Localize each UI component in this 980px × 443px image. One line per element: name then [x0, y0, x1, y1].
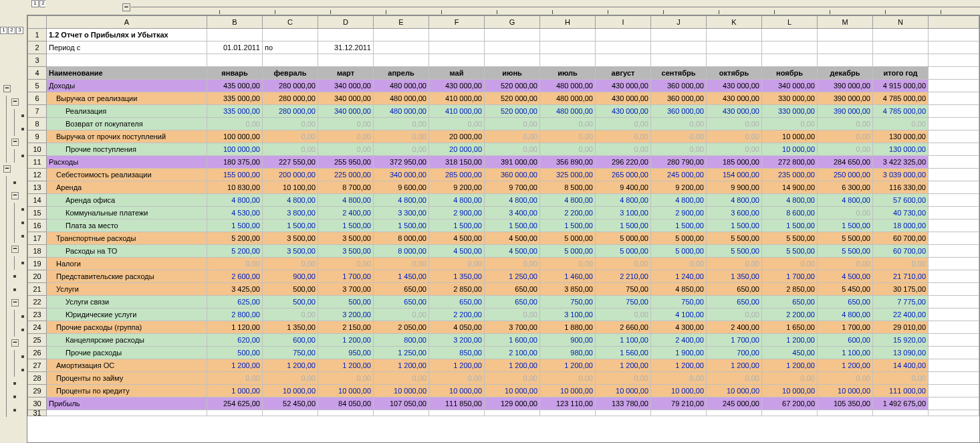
header-cell-F[interactable]: май	[429, 67, 485, 80]
value-cell[interactable]: 9 200,00	[651, 181, 707, 194]
row-header-5[interactable]: 5	[28, 80, 47, 92]
value-cell[interactable]: 750,00	[540, 296, 596, 308]
value-cell[interactable]: 5 200,00	[207, 232, 263, 245]
value-cell[interactable]: 57 600,00	[873, 194, 929, 207]
cell-N2[interactable]	[873, 41, 929, 54]
cell-blank-30[interactable]	[929, 397, 979, 410]
row-name-cell[interactable]: Прочие поступления	[47, 143, 207, 156]
value-cell[interactable]: 0,00	[485, 130, 540, 143]
value-cell[interactable]: 625,00	[207, 296, 263, 308]
value-cell[interactable]: 0,00	[818, 118, 873, 130]
value-cell[interactable]: 10 100,00	[263, 181, 318, 194]
value-cell[interactable]: 10 000,00	[540, 385, 596, 397]
value-cell[interactable]: 5 000,00	[596, 232, 651, 245]
row-header-3[interactable]: 3	[28, 54, 47, 67]
value-cell[interactable]: 4 300,00	[651, 321, 707, 334]
cell-blank-5[interactable]	[929, 80, 979, 92]
value-cell[interactable]: 2 100,00	[485, 347, 540, 359]
value-cell[interactable]: 0,00	[762, 258, 818, 270]
value-cell[interactable]: 0,00	[596, 130, 651, 143]
header-cell-B[interactable]: январь	[207, 67, 263, 80]
value-cell[interactable]: 3 500,00	[263, 245, 318, 258]
row-header-22[interactable]: 22	[28, 296, 47, 308]
value-cell[interactable]: 3 300,00	[374, 207, 429, 219]
value-cell[interactable]: 9 700,00	[485, 181, 540, 194]
value-cell[interactable]: 0,00	[818, 130, 873, 143]
value-cell[interactable]: 10 000,00	[762, 385, 818, 397]
value-cell[interactable]: 0,00	[651, 118, 707, 130]
value-cell[interactable]: 14 400,00	[873, 359, 929, 372]
cell-C1[interactable]	[263, 29, 318, 41]
value-cell[interactable]: 5 450,00	[818, 283, 873, 296]
value-cell[interactable]: 0,00	[540, 258, 596, 270]
value-cell[interactable]: 4 915 000,00	[873, 80, 929, 92]
cell-blank-6[interactable]	[929, 92, 979, 105]
col-header-H[interactable]: H	[540, 16, 596, 29]
value-cell[interactable]: 155 000,00	[207, 169, 263, 181]
cell-blank-11[interactable]	[929, 156, 979, 169]
value-cell[interactable]: 8 000,00	[374, 232, 429, 245]
row-header-18[interactable]: 18	[28, 245, 47, 258]
value-cell[interactable]: 0,00	[540, 372, 596, 385]
value-cell[interactable]: 600,00	[818, 334, 873, 347]
value-cell[interactable]: 356 890,00	[540, 156, 596, 169]
select-all-corner[interactable]	[28, 16, 47, 29]
value-cell[interactable]: 1 500,00	[651, 219, 707, 232]
value-cell[interactable]: 3 800,00	[263, 207, 318, 219]
value-cell[interactable]: 3 600,00	[707, 207, 762, 219]
cell-L2[interactable]	[762, 41, 818, 54]
value-cell[interactable]: 435 000,00	[207, 80, 263, 92]
value-cell[interactable]: 3 400,00	[485, 207, 540, 219]
value-cell[interactable]: 0,00	[818, 143, 873, 156]
cell-M2[interactable]	[818, 41, 873, 54]
value-cell[interactable]: 1 200,00	[318, 359, 374, 372]
row-header-27[interactable]: 27	[28, 359, 47, 372]
value-cell[interactable]: 3 422 325,00	[873, 156, 929, 169]
value-cell[interactable]: 4 500,00	[818, 270, 873, 283]
value-cell[interactable]: 1 650,00	[762, 321, 818, 334]
value-cell[interactable]: 4 530,00	[207, 207, 263, 219]
row-name-cell[interactable]: Проценты по займу	[47, 372, 207, 385]
value-cell[interactable]: 520 000,00	[485, 92, 540, 105]
value-cell[interactable]: 0,00	[263, 143, 318, 156]
cell-F1[interactable]	[429, 29, 485, 41]
value-cell[interactable]: 1 880,00	[540, 321, 596, 334]
value-cell[interactable]: 1 500,00	[374, 219, 429, 232]
value-cell[interactable]: 620,00	[207, 334, 263, 347]
value-cell[interactable]: 1 700,00	[818, 321, 873, 334]
value-cell[interactable]: 650,00	[707, 296, 762, 308]
value-cell[interactable]: 280 790,00	[651, 156, 707, 169]
outline-collapse-btn[interactable]: −	[3, 165, 11, 173]
value-cell[interactable]: 5 500,00	[707, 232, 762, 245]
value-cell[interactable]: 280 000,00	[263, 92, 318, 105]
value-cell[interactable]: 0,00	[707, 308, 762, 321]
value-cell[interactable]: 0,00	[596, 308, 651, 321]
value-cell[interactable]: 0,00	[873, 372, 929, 385]
value-cell[interactable]: 2 400,00	[318, 207, 374, 219]
cell-blank-20[interactable]	[929, 270, 979, 283]
cell-J1[interactable]	[651, 29, 707, 41]
row-header-7[interactable]: 7	[28, 105, 47, 118]
row-header-1[interactable]: 1	[28, 29, 47, 41]
value-cell[interactable]: 0,00	[374, 130, 429, 143]
value-cell[interactable]: 280 000,00	[263, 80, 318, 92]
value-cell[interactable]: 0,00	[485, 372, 540, 385]
value-cell[interactable]: 650,00	[374, 296, 429, 308]
value-cell[interactable]: 330 000,00	[762, 92, 818, 105]
cell-blank-28[interactable]	[929, 372, 979, 385]
row-name-cell[interactable]: Канцелярские расходы	[47, 334, 207, 347]
cell-E3[interactable]	[374, 54, 429, 67]
row-header-29[interactable]: 29	[28, 385, 47, 397]
value-cell[interactable]: 3 200,00	[429, 334, 485, 347]
value-cell[interactable]: 1 600,00	[485, 334, 540, 347]
value-cell[interactable]: 1 500,00	[485, 219, 540, 232]
value-cell[interactable]: 3 100,00	[596, 207, 651, 219]
cell-F3[interactable]	[429, 54, 485, 67]
value-cell[interactable]: 0,00	[818, 258, 873, 270]
value-cell[interactable]: 750,00	[651, 296, 707, 308]
value-cell[interactable]: 3 500,00	[263, 232, 318, 245]
cell-blank-29[interactable]	[929, 385, 979, 397]
value-cell[interactable]: 800,00	[374, 334, 429, 347]
cell-M1[interactable]	[818, 29, 873, 41]
value-cell[interactable]: 480 000,00	[540, 80, 596, 92]
